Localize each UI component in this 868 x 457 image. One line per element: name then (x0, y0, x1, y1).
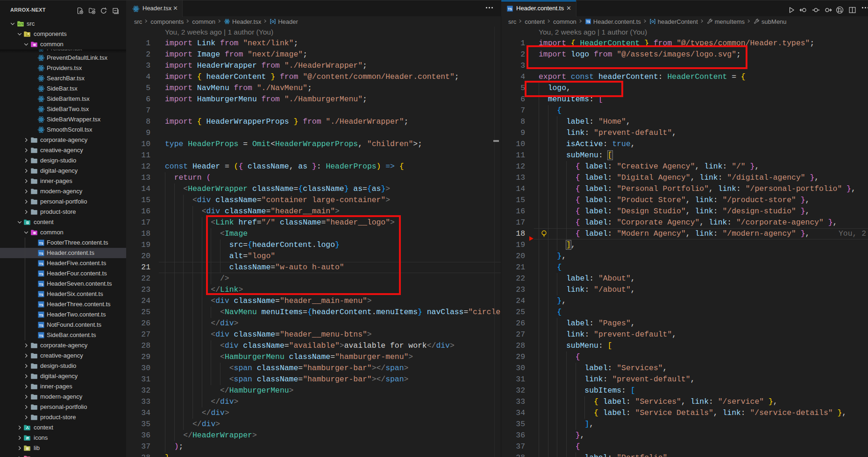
svg-text:TS: TS (39, 323, 43, 328)
svg-text:TS: TS (39, 293, 43, 297)
svg-text:TS: TS (586, 20, 591, 23)
svg-text:TS: TS (508, 7, 512, 11)
svg-text:TS: TS (39, 313, 43, 317)
svg-text:TS: TS (39, 334, 43, 338)
svg-text:TS: TS (39, 272, 43, 276)
svg-text:TS: TS (39, 241, 43, 246)
svg-text:TS: TS (39, 262, 43, 266)
svg-text:</>: </> (18, 23, 23, 26)
svg-text:TS: TS (39, 252, 43, 256)
svg-text:TS: TS (39, 303, 43, 307)
svg-text:TS: TS (39, 282, 43, 287)
